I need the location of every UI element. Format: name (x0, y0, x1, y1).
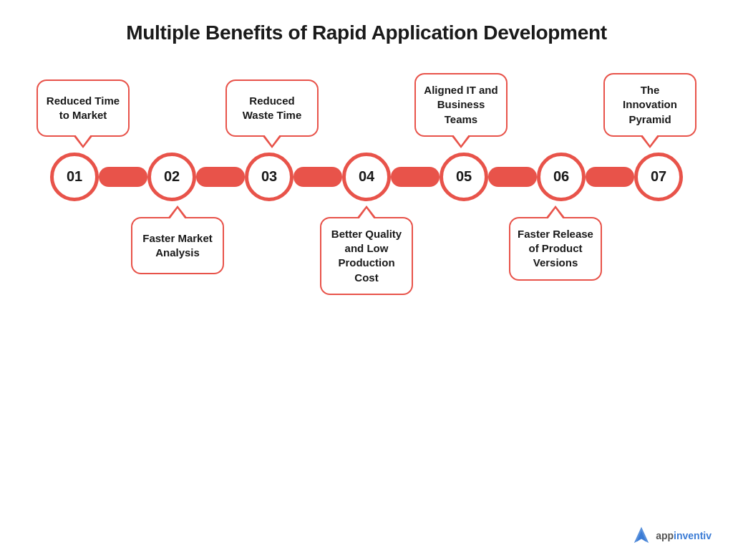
logo-text: appinventiv (656, 530, 712, 541)
appinventiv-logo-icon (631, 526, 651, 546)
col-4-top-spacer (320, 79, 413, 153)
bubble-06: Faster Release of Product Versions (509, 217, 602, 281)
col-7-bottom-spacer (603, 201, 696, 274)
col-1-bottom-spacer (37, 201, 130, 274)
diagram-area: Reduced Time to Market Reduced Waste Tim… (21, 73, 712, 295)
node-06: 06 (537, 153, 586, 201)
bubble-02: Faster Market Analysis (131, 217, 224, 274)
col-4-bottom: Better Quality and Low Production Cost (320, 201, 413, 295)
col-6-bottom: Faster Release of Product Versions (509, 201, 602, 281)
col-2-bottom: Faster Market Analysis (131, 201, 224, 274)
node-02: 02 (147, 153, 196, 201)
col-5-bottom-spacer (414, 201, 508, 274)
node-01: 01 (50, 153, 99, 201)
connector-6-7 (586, 167, 634, 187)
bubble-01: Reduced Time to Market (37, 79, 130, 137)
bubble-07: The Innovation Pyramid (603, 73, 696, 137)
col-5: Aligned IT and Business Teams (414, 73, 508, 153)
node-04: 04 (342, 153, 391, 201)
connector-3-4 (293, 167, 342, 187)
connector-1-2 (99, 167, 147, 187)
logo-area: appinventiv (631, 526, 712, 546)
node-05: 05 (440, 153, 488, 201)
col-3-bottom-spacer (225, 201, 319, 274)
col-2-top-spacer (131, 79, 224, 153)
top-bubbles-row: Reduced Time to Market Reduced Waste Tim… (21, 73, 712, 153)
col-1: Reduced Time to Market (37, 79, 130, 153)
col-6-top-spacer (509, 79, 602, 153)
page: Multiple Benefits of Rapid Application D… (0, 0, 733, 560)
page-title: Multiple Benefits of Rapid Application D… (126, 21, 607, 44)
node-07: 07 (634, 153, 683, 201)
connector-5-6 (488, 167, 537, 187)
bubble-03: Reduced Waste Time (225, 79, 319, 137)
timeline-row: 01 02 03 04 05 06 07 (21, 153, 712, 201)
node-03: 03 (245, 153, 293, 201)
bottom-bubbles-row: Faster Market Analysis Better Quality an… (21, 201, 712, 295)
connector-4-5 (391, 167, 440, 187)
bubble-04: Better Quality and Low Production Cost (320, 217, 413, 295)
col-3: Reduced Waste Time (225, 79, 319, 153)
bubble-05: Aligned IT and Business Teams (414, 73, 508, 137)
connector-2-3 (196, 167, 245, 187)
col-7: The Innovation Pyramid (603, 73, 696, 153)
